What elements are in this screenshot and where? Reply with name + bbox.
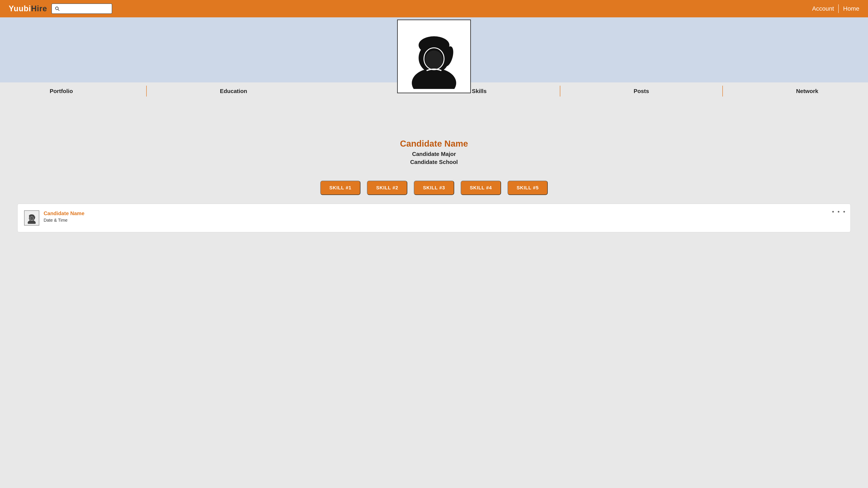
skill-badge-2[interactable]: SKILL #2: [367, 181, 407, 195]
skill-badge-3[interactable]: SKILL #3: [414, 181, 454, 195]
svg-line-1: [58, 9, 59, 11]
post-card: Candidate Name Date & Time • • •: [18, 204, 850, 232]
account-link[interactable]: Account: [812, 5, 834, 12]
candidate-school: Candidate School: [0, 159, 868, 165]
candidate-major: Candidate Major: [0, 151, 868, 158]
nav-divider-1: [146, 86, 147, 97]
profile-photo-container: [397, 20, 471, 93]
candidate-name: Candidate Name: [0, 139, 868, 149]
profile-section: Portfolio Education Skills Posts Network…: [0, 83, 868, 241]
logo-text-dark: Hire: [31, 4, 47, 13]
tab-education[interactable]: Education: [220, 88, 247, 95]
post-datetime: Date & Time: [43, 218, 844, 223]
search-input[interactable]: [61, 7, 109, 11]
header-left: YuubiHire: [9, 3, 112, 14]
post-avatar: [24, 210, 39, 226]
home-link[interactable]: Home: [843, 5, 859, 12]
svg-point-0: [56, 7, 58, 10]
header-right: Account Home: [812, 4, 859, 13]
header-nav-divider: [838, 4, 839, 13]
logo[interactable]: YuubiHire: [9, 4, 47, 13]
skills-row: SKILL #1 SKILL #2 SKILL #3 SKILL #4 SKIL…: [0, 181, 868, 195]
skill-badge-1[interactable]: SKILL #1: [320, 181, 361, 195]
nav-tabs: Portfolio Education Skills Posts Network: [0, 83, 868, 100]
tab-network[interactable]: Network: [796, 88, 818, 95]
nav-divider-3: [722, 86, 723, 97]
skill-badge-5[interactable]: SKILL #5: [507, 181, 548, 195]
svg-point-8: [425, 51, 443, 69]
profile-avatar: [404, 24, 464, 89]
skill-badge-4[interactable]: SKILL #4: [461, 181, 501, 195]
candidate-info: Candidate Name Candidate Major Candidate…: [0, 100, 868, 172]
search-icon: [55, 6, 60, 11]
post-author-name: Candidate Name: [43, 210, 844, 217]
tab-posts[interactable]: Posts: [633, 88, 649, 95]
post-avatar-icon: [26, 212, 37, 224]
nav-divider-2: [560, 86, 560, 97]
search-box[interactable]: [52, 3, 112, 14]
post-content: Candidate Name Date & Time: [43, 210, 844, 223]
tab-portfolio[interactable]: Portfolio: [50, 88, 73, 95]
post-options-button[interactable]: • • •: [832, 208, 846, 215]
svg-point-14: [30, 217, 33, 220]
main-header: YuubiHire Account Home: [0, 0, 868, 18]
tab-skills[interactable]: Skills: [472, 88, 487, 95]
logo-text: Yuubi: [9, 4, 31, 13]
